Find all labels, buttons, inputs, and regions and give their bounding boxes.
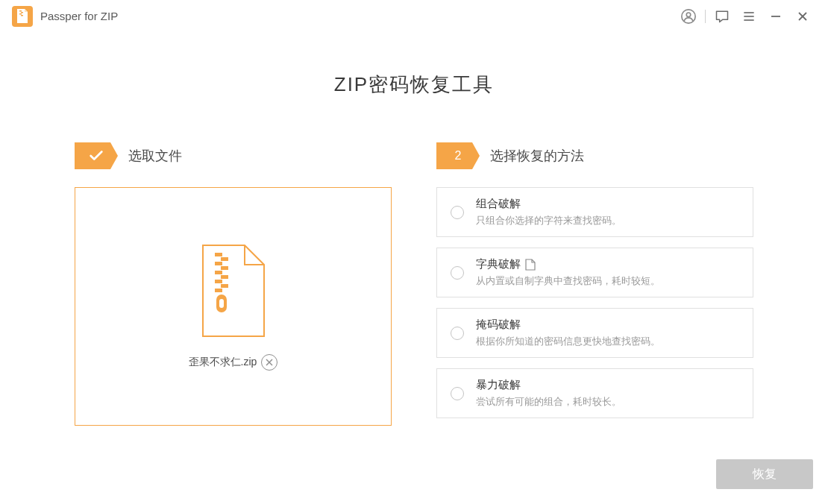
titlebar: Passper for ZIP — [0, 0, 828, 33]
minimize-icon — [770, 10, 782, 22]
method-desc: 从内置或自制字典中查找密码，耗时较短。 — [476, 274, 739, 288]
radio-unchecked — [451, 387, 464, 400]
step2-number: 2 — [455, 149, 462, 163]
selected-file-row: 歪果不求仁.zip — [189, 354, 278, 371]
svg-rect-18 — [221, 275, 228, 279]
x-icon — [266, 359, 273, 366]
footer: 恢复 — [716, 459, 813, 489]
step1-header: 选取文件 — [75, 142, 392, 169]
svg-rect-15 — [215, 262, 222, 265]
svg-rect-0 — [19, 10, 22, 12]
remove-file-button[interactable] — [261, 354, 277, 371]
method-title-label: 字典破解 — [476, 257, 521, 271]
svg-rect-2 — [19, 13, 22, 15]
account-button[interactable] — [675, 3, 702, 30]
method-mask[interactable]: 掩码破解 根据你所知道的密码信息更快地查找密码。 — [436, 308, 753, 358]
minimize-button[interactable] — [762, 3, 789, 30]
content-area: 选取文件 — [0, 98, 828, 426]
chat-icon — [715, 9, 730, 24]
close-button[interactable] — [789, 3, 816, 30]
method-desc: 尝试所有可能的组合，耗时较长。 — [476, 395, 739, 409]
check-icon — [88, 148, 104, 164]
method-title-label: 掩码破解 — [476, 318, 521, 332]
step1-column: 选取文件 — [75, 142, 392, 426]
file-dropzone[interactable]: 歪果不求仁.zip — [75, 187, 392, 426]
svg-rect-16 — [221, 266, 228, 270]
svg-rect-21 — [215, 289, 222, 292]
step2-column: 2 选择恢复的方法 组合破解 只组合你选择的字符来查找密码。 字典破解 — [436, 142, 753, 426]
method-list: 组合破解 只组合你选择的字符来查找密码。 字典破解 从内置或自制字典中查找 — [436, 187, 753, 418]
method-title-label: 组合破解 — [476, 197, 521, 211]
document-icon — [525, 259, 536, 271]
step1-title: 选取文件 — [128, 147, 182, 165]
app-logo — [12, 6, 33, 27]
svg-rect-3 — [21, 15, 23, 16]
svg-point-5 — [686, 12, 691, 16]
step1-badge — [75, 142, 118, 169]
svg-rect-23 — [219, 299, 224, 308]
method-desc: 根据你所知道的密码信息更快地查找密码。 — [476, 335, 739, 348]
user-icon — [680, 8, 697, 25]
svg-rect-13 — [215, 253, 222, 256]
step2-header: 2 选择恢复的方法 — [436, 142, 753, 169]
svg-rect-19 — [215, 280, 222, 283]
method-bruteforce[interactable]: 暴力破解 尝试所有可能的组合，耗时较长。 — [436, 368, 753, 418]
step2-badge: 2 — [436, 142, 480, 169]
zip-doc-icon — [16, 9, 28, 24]
svg-rect-1 — [21, 12, 23, 13]
app-title: Passper for ZIP — [40, 10, 118, 22]
svg-rect-14 — [221, 257, 228, 261]
radio-unchecked — [451, 206, 464, 219]
close-icon — [797, 10, 809, 22]
method-combination[interactable]: 组合破解 只组合你选择的字符来查找密码。 — [436, 187, 753, 237]
hamburger-icon — [741, 9, 756, 24]
step2-title: 选择恢复的方法 — [490, 147, 584, 165]
selected-filename: 歪果不求仁.zip — [189, 356, 257, 369]
svg-rect-20 — [221, 284, 228, 288]
feedback-button[interactable] — [709, 3, 736, 30]
svg-rect-17 — [215, 271, 222, 274]
radio-unchecked — [451, 266, 464, 280]
method-title-label: 暴力破解 — [476, 378, 521, 392]
separator — [705, 10, 706, 23]
zip-file-icon — [200, 242, 267, 339]
method-dictionary[interactable]: 字典破解 从内置或自制字典中查找密码，耗时较短。 — [436, 248, 753, 297]
recover-button[interactable]: 恢复 — [716, 459, 813, 489]
method-desc: 只组合你选择的字符来查找密码。 — [476, 214, 739, 227]
page-title: ZIP密码恢复工具 — [0, 72, 828, 98]
menu-button[interactable] — [736, 3, 762, 30]
radio-unchecked — [451, 327, 464, 340]
